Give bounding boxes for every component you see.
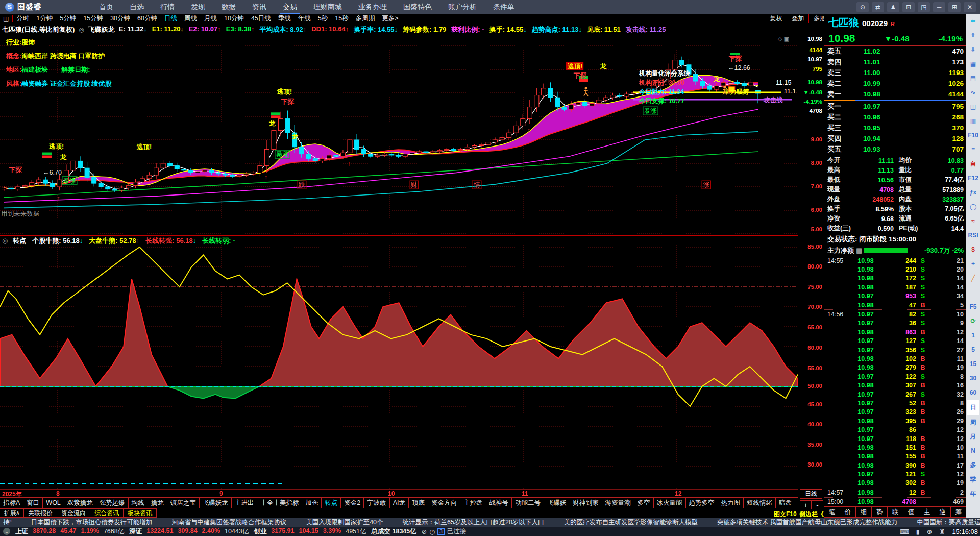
- ticktab-细[interactable]: 细: [855, 507, 872, 518]
- tf-季线[interactable]: 季线: [275, 14, 295, 23]
- switch-icon[interactable]: ⇄: [872, 2, 884, 12]
- report-icon[interactable]: ▥: [967, 114, 979, 128]
- buy-row[interactable]: 买一10.97795: [824, 101, 967, 112]
- money-icon[interactable]: $: [967, 242, 979, 257]
- min60-icon[interactable]: 60: [967, 385, 979, 400]
- news-item[interactable]: 美的医疗发布自主研发医学影像智能诊断大模型: [564, 518, 698, 527]
- collapse-icon[interactable]: ◎: [2, 237, 8, 245]
- tf-15秒[interactable]: 15秒: [331, 14, 352, 23]
- down-icon[interactable]: ⇩: [967, 42, 979, 57]
- chat-icon[interactable]: ⊙: [856, 2, 869, 12]
- menu-item-国盛特色[interactable]: 国盛特色: [396, 1, 439, 14]
- rsi-icon[interactable]: RSI: [967, 228, 979, 242]
- menu-item-交易[interactable]: 交易: [276, 1, 304, 14]
- tab-动能二号[interactable]: 动能二号: [511, 497, 544, 508]
- buy-row[interactable]: 买四10.94128: [824, 133, 967, 144]
- ticktab-值[interactable]: 值: [903, 507, 919, 518]
- news-item[interactable]: 中国国新：要高质量运营中央企业: [917, 518, 980, 527]
- tab-多空[interactable]: 多空: [634, 497, 654, 508]
- tab-加仓[interactable]: 加仓: [302, 497, 322, 508]
- menu-item-业务办理[interactable]: 业务办理: [351, 1, 394, 14]
- detail-icon[interactable]: ▤: [856, 247, 862, 254]
- keyboard-icon[interactable]: ⌨: [900, 528, 909, 535]
- sell-row[interactable]: 卖五11.02470: [824, 46, 967, 57]
- ticktab-笔[interactable]: 笔: [824, 507, 840, 518]
- menu-item-资讯[interactable]: 资讯: [245, 1, 274, 14]
- tf-5秒[interactable]: 5秒: [314, 14, 331, 23]
- tab2-资金流向[interactable]: 资金流向: [57, 508, 90, 518]
- menu-item-账户分析[interactable]: 账户分析: [441, 1, 484, 14]
- network-icon[interactable]: ⊕: [927, 528, 932, 535]
- sell-row[interactable]: 卖四11.01173: [824, 57, 967, 67]
- tab-资金方向[interactable]: 资金方向: [428, 497, 460, 508]
- tf-15分钟[interactable]: 15分钟: [80, 14, 107, 23]
- tab2-板块资讯[interactable]: 板块资讯: [123, 508, 157, 518]
- indicator-name[interactable]: 飞碟妖龙: [88, 25, 115, 34]
- quarter-icon[interactable]: 季: [967, 472, 979, 486]
- tf-分时[interactable]: 分时: [13, 14, 33, 23]
- multi-icon[interactable]: 多: [967, 458, 979, 472]
- ticktab-势[interactable]: 势: [871, 507, 888, 518]
- tf-5分钟[interactable]: 5分钟: [56, 14, 80, 23]
- n-icon[interactable]: N: [967, 444, 979, 458]
- main-candlestick-chart[interactable]: ↑↑↑↑↑↑下探逃顶!龙←6.70暴涨逃顶!逃顶!下探龙龙暴涨逃顶!龙下探下探←…: [0, 36, 798, 235]
- min15-icon[interactable]: 15: [967, 357, 979, 371]
- index-创业[interactable]: 创业3175.91104.153.39%4951亿: [254, 527, 366, 536]
- monthly-icon[interactable]: 月: [967, 429, 979, 444]
- weekly-icon[interactable]: 周: [967, 415, 979, 429]
- tf-月线[interactable]: 月线: [201, 14, 220, 23]
- indicator-chart[interactable]: [0, 245, 798, 489]
- news-item[interactable]: 美国入境限制国家扩至40个: [306, 518, 383, 527]
- tab-游资量潮[interactable]: 游资量潮: [602, 497, 634, 508]
- tab-顶底[interactable]: 顶底: [408, 497, 428, 508]
- ticktab-逆[interactable]: 逆: [935, 507, 951, 518]
- custom-icon[interactable]: 自: [967, 157, 979, 171]
- tab-双紫擒龙[interactable]: 双紫擒龙: [64, 497, 96, 508]
- tab-WOL[interactable]: WOL: [42, 497, 64, 508]
- tab-镇店之宝[interactable]: 镇店之宝: [167, 497, 200, 508]
- tree-icon[interactable]: ≡: [967, 142, 979, 157]
- tab2-综合资讯[interactable]: 综合资讯: [90, 508, 124, 518]
- menu-item-发现[interactable]: 发现: [184, 1, 212, 14]
- buy-row[interactable]: 买三10.95370: [824, 123, 967, 133]
- news-item[interactable]: 统计显示：荷兰65岁及以上人口超过20岁以下人口: [403, 518, 545, 527]
- circle-icon[interactable]: ◯: [967, 200, 979, 214]
- min30-icon[interactable]: 30: [967, 371, 979, 385]
- sell-row[interactable]: 卖二10.991026: [824, 78, 967, 89]
- index-上证[interactable]: 上证3870.2845.471.19%7668亿: [15, 527, 124, 536]
- trend-icon[interactable]: ∿: [967, 85, 979, 100]
- f5-icon[interactable]: F5: [967, 300, 979, 314]
- layout-icon[interactable]: ◫: [0, 15, 13, 22]
- phone-icon[interactable]: ▮: [916, 528, 920, 535]
- tab-主控盘[interactable]: 主控盘: [460, 497, 486, 508]
- tab-暗盘[interactable]: 暗盘: [775, 497, 795, 508]
- back-icon[interactable]: ⇦: [967, 14, 979, 28]
- tab-资金2[interactable]: 资金2: [340, 497, 364, 508]
- tab-指标A[interactable]: 指标A: [0, 497, 23, 508]
- tab-主进出[interactable]: 主进出: [231, 497, 258, 508]
- monitor-icon[interactable]: ⊡: [902, 2, 915, 12]
- move-icon[interactable]: +: [967, 257, 979, 271]
- tf-周线[interactable]: 周线: [181, 14, 201, 23]
- status-expand-icon[interactable]: ⌄: [3, 528, 10, 535]
- menu-item-理财商城[interactable]: 理财商城: [306, 1, 349, 14]
- tab-十全十美指标[interactable]: 十全十美指标: [257, 497, 302, 508]
- buy-row[interactable]: 买二10.96268: [824, 112, 967, 123]
- refresh-icon[interactable]: ⟳: [967, 314, 979, 328]
- daily-icon[interactable]: 日: [967, 400, 979, 415]
- tab2-关联报价[interactable]: 关联报价: [23, 508, 57, 518]
- tf-10分钟[interactable]: 10分钟: [220, 14, 248, 23]
- tab-热力图[interactable]: 热力图: [718, 497, 744, 508]
- tab-宁波敢[interactable]: 宁波敢: [363, 497, 390, 508]
- gear-icon[interactable]: ◎: [79, 26, 84, 33]
- sell-row[interactable]: 卖三11.001193: [824, 67, 967, 78]
- tf-1分钟[interactable]: 1分钟: [33, 14, 56, 23]
- tf-30分钟[interactable]: 30分钟: [107, 14, 134, 23]
- index-深证[interactable]: 深证13224.51309.842.40%10443亿: [129, 527, 249, 536]
- tab-窗口[interactable]: 窗口: [23, 497, 43, 508]
- news-ticker[interactable]: 持“日本国债下跌，市场担心债券发行可能增加河南省与中建集团签署战略合作框架协议美…: [0, 518, 980, 527]
- tab-飞碟妖[interactable]: 飞碟妖: [544, 497, 570, 508]
- f10-icon[interactable]: F10: [967, 128, 979, 142]
- tab-短线情绪[interactable]: 短线情绪: [743, 497, 776, 508]
- tf-更多>[interactable]: 更多>: [378, 14, 402, 23]
